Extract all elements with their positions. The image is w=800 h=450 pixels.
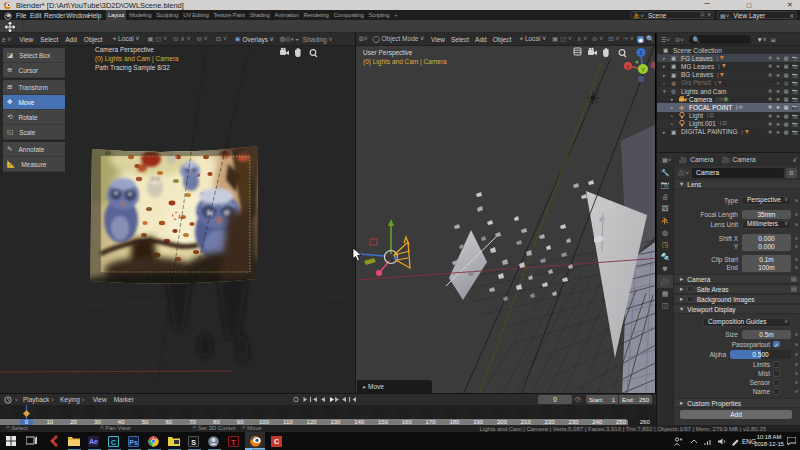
svg-text:Y: Y bbox=[641, 67, 645, 73]
